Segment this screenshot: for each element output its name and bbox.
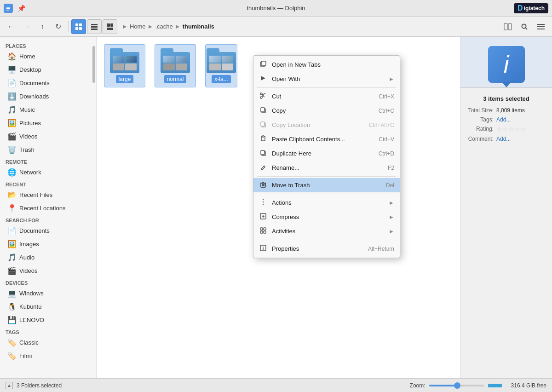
ctx-paste[interactable]: Paste Clipboard Contents... Ctrl+V: [253, 132, 400, 146]
sidebar-item-recent-files[interactable]: 📂Recent Files: [0, 188, 96, 202]
ctx-rename[interactable]: Rename... F2: [253, 161, 400, 175]
sidebar-item-kubuntu[interactable]: 🐧Kubuntu: [0, 300, 96, 313]
sidebar-label-pictures: Pictures: [19, 120, 41, 127]
sidebar-item-downloads[interactable]: ⬇️Downloads: [0, 90, 96, 103]
rating-stars[interactable]: ☆☆☆☆☆: [496, 126, 526, 133]
sidebar-label-network: Network: [19, 169, 41, 176]
ctx-copy-location: Copy Location Ctrl+Alt+C: [253, 118, 400, 132]
zoom-track: [429, 384, 502, 387]
sidebar-label-lenovo: LENOVO: [19, 317, 44, 323]
breadcrumb-arrow: ►: [122, 23, 128, 30]
svg-rect-49: [264, 228, 266, 230]
videos-icon: 🎬: [7, 132, 16, 141]
ctx-open-new-tabs[interactable]: Open in New Tabs: [253, 58, 400, 72]
breadcrumb-home[interactable]: Home: [130, 23, 146, 30]
tree-view-button[interactable]: [103, 19, 117, 34]
comment-add-link[interactable]: Add...: [496, 136, 511, 142]
ctx-actions[interactable]: Actions ►: [253, 196, 400, 210]
svg-line-26: [262, 93, 265, 95]
sidebar: Places 🏠Home 🖥️Desktop 📄Documents ⬇️Down…: [0, 37, 97, 378]
icon-view-button[interactable]: [71, 19, 86, 34]
status-expander[interactable]: ▲: [6, 382, 13, 389]
svg-marker-20: [261, 76, 265, 81]
sidebar-item-filmi[interactable]: 🏷️Filmi: [0, 349, 96, 363]
open-with-icon: [259, 75, 267, 83]
sidebar-item-videos[interactable]: 🎬Videos: [0, 130, 96, 143]
context-menu: Open in New Tabs Open With ► Cut Ctrl+X: [253, 55, 400, 258]
lenovo-icon: 💾: [7, 316, 16, 324]
hamburger-menu-button[interactable]: [534, 19, 548, 34]
sidebar-label-classic: Classic: [19, 339, 39, 346]
sidebar-item-lenovo[interactable]: 💾LENOVO: [0, 313, 96, 327]
rename-icon: [259, 164, 267, 172]
folder-icon-large: [110, 48, 139, 73]
ctx-properties[interactable]: Properties Alt+Return: [253, 242, 400, 256]
breadcrumb-sep1: ►: [148, 23, 154, 30]
svg-line-14: [526, 28, 528, 29]
sidebar-label-search-videos: Videos: [19, 267, 38, 274]
recent-files-icon: 📂: [7, 190, 16, 199]
file-item-xlarge[interactable]: x-la...: [205, 44, 237, 87]
ctx-label-properties: Properties: [272, 245, 363, 252]
sidebar-item-trash[interactable]: 🗑️Trash: [0, 143, 96, 156]
sidebar-label-search-docs: Documents: [19, 227, 50, 234]
up-button[interactable]: ↑: [35, 19, 50, 34]
zoom-slider[interactable]: [429, 385, 484, 386]
ctx-shortcut-paste: Ctrl+V: [379, 136, 394, 143]
file-item-normal[interactable]: normal: [155, 44, 196, 87]
sidebar-item-search-videos[interactable]: 🎬Videos: [0, 264, 96, 277]
sidebar-section-places: Places: [0, 40, 96, 50]
sidebar-scrollbar[interactable]: [92, 37, 95, 378]
ctx-open-with[interactable]: Open With ►: [253, 72, 400, 86]
ctx-cut[interactable]: Cut Ctrl+X: [253, 89, 400, 104]
search-audio-icon: 🎵: [7, 253, 16, 262]
file-label-large: large: [116, 75, 134, 83]
activities-icon: [259, 227, 267, 235]
sidebar-item-home[interactable]: 🏠Home: [0, 50, 96, 63]
file-area[interactable]: large normal: [97, 37, 460, 378]
breadcrumb-cache[interactable]: .cache: [155, 23, 172, 30]
sidebar-label-trash: Trash: [19, 146, 34, 153]
folder-icon-normal: [161, 48, 190, 73]
svg-point-21: [260, 97, 262, 98]
sidebar-scrollbar-thumb[interactable]: [92, 46, 95, 83]
zoom-fill: [429, 385, 457, 386]
file-item-large[interactable]: large: [104, 44, 145, 87]
forward-button[interactable]: →: [19, 19, 34, 34]
ctx-compress[interactable]: Compress ►: [253, 210, 400, 224]
ctx-activities[interactable]: Activities ►: [253, 224, 400, 238]
open-tabs-icon: [259, 61, 267, 69]
sidebar-item-desktop[interactable]: 🖥️Desktop: [0, 63, 96, 76]
back-button[interactable]: ←: [4, 19, 18, 34]
sidebar-item-documents[interactable]: 📄Documents: [0, 76, 96, 90]
sidebar-item-classic[interactable]: 🏷️Classic: [0, 336, 96, 349]
activities-arrow: ►: [389, 228, 394, 235]
ctx-copy[interactable]: Copy Ctrl+C: [253, 104, 400, 118]
sidebar-item-search-docs[interactable]: 📄Documents: [0, 224, 96, 237]
tags-add-link[interactable]: Add...: [496, 116, 511, 123]
ctx-move-trash[interactable]: Move to Trash Del: [253, 178, 400, 192]
titlebar: 📌 thumbnails — Dolphin D igiatech: [0, 0, 552, 17]
zoom-thumb[interactable]: [454, 382, 460, 389]
sidebar-item-recent-locations[interactable]: 📍Recent Locations: [0, 202, 96, 215]
list-view-button[interactable]: [87, 19, 102, 34]
app-icon: [4, 4, 13, 13]
search-docs-icon: 📄: [7, 226, 16, 235]
ctx-duplicate[interactable]: Duplicate Here Ctrl+D: [253, 146, 400, 161]
sidebar-item-search-images[interactable]: 🖼️Images: [0, 237, 96, 251]
ctx-sep4: [257, 240, 396, 240]
info-icon-area: i: [460, 37, 552, 88]
search-images-icon: 🖼️: [7, 240, 16, 248]
split-view-button[interactable]: [500, 19, 515, 34]
sidebar-item-windows[interactable]: 💻Windows: [0, 287, 96, 300]
sidebar-item-music[interactable]: 🎵Music: [0, 103, 96, 116]
ctx-label-copy: Copy: [272, 107, 374, 114]
sidebar-item-search-audio[interactable]: 🎵Audio: [0, 251, 96, 264]
paste-icon: [259, 135, 267, 143]
ctx-label-open-new-tabs: Open in New Tabs: [272, 61, 394, 68]
refresh-button[interactable]: ↻: [51, 19, 65, 34]
sidebar-item-network[interactable]: 🌐Network: [0, 166, 96, 179]
sidebar-item-pictures[interactable]: 🖼️Pictures: [0, 116, 96, 130]
search-button[interactable]: [517, 19, 532, 34]
breadcrumb-thumbnails[interactable]: thumbnails: [183, 23, 214, 30]
